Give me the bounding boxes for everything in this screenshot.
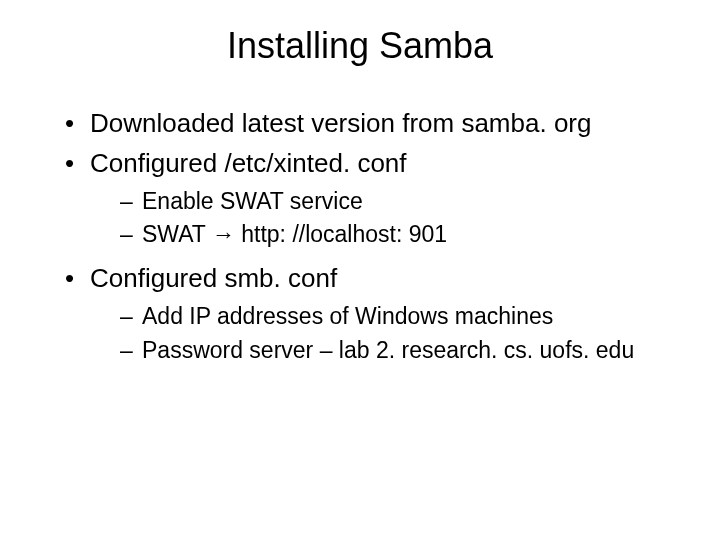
bullet-item: Configured /etc/xinted. conf Enable SWAT… (65, 147, 680, 251)
sub-bullet-item: Enable SWAT service (120, 187, 680, 217)
main-bullet-list: Downloaded latest version from samba. or… (40, 107, 680, 366)
sub-bullet-text-suffix: http: //localhost: 901 (235, 221, 447, 247)
bullet-item: Configured smb. conf Add IP addresses of… (65, 262, 680, 366)
sub-bullet-text-prefix: SWAT (142, 221, 212, 247)
arrow-icon: → (212, 221, 235, 247)
bullet-item: Downloaded latest version from samba. or… (65, 107, 680, 141)
bullet-text: Configured smb. conf (90, 263, 337, 293)
sub-bullet-item: Add IP addresses of Windows machines (120, 302, 680, 332)
slide-title: Installing Samba (40, 25, 680, 67)
sub-bullet-list: Enable SWAT service SWAT → http: //local… (90, 187, 680, 251)
sub-bullet-item: Password server – lab 2. research. cs. u… (120, 336, 680, 366)
sub-bullet-item: SWAT → http: //localhost: 901 (120, 220, 680, 250)
sub-bullet-list: Add IP addresses of Windows machines Pas… (90, 302, 680, 366)
bullet-text: Configured /etc/xinted. conf (90, 148, 407, 178)
